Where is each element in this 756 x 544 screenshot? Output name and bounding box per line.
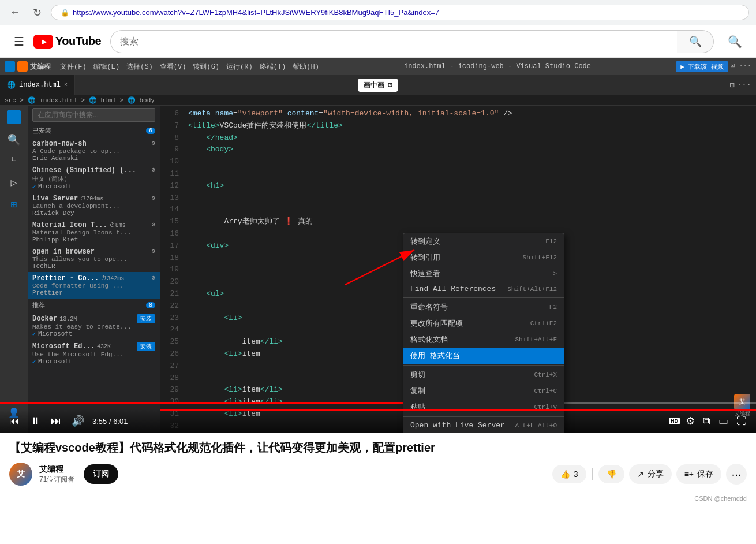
ms-name: Microsoft [38, 358, 72, 365]
time-display: 3:55 / 6:01 [92, 417, 128, 426]
back-button[interactable]: ← [7, 5, 23, 21]
cm-quick-view[interactable]: 快速查看 > [403, 266, 564, 282]
debug-icon[interactable]: ▷ [11, 176, 17, 189]
menu-file[interactable]: 文件(F) [60, 62, 87, 72]
ext-author: Eric Adamski [32, 155, 155, 162]
ms-name: Microsoft [38, 330, 72, 337]
ext-docker[interactable]: Docker 13.2M 安装 Makes it easy to create.… [28, 312, 160, 340]
menu-select[interactable]: 选择(S) [126, 62, 153, 72]
install-msedge-button[interactable]: 安装 [137, 342, 155, 351]
code-line-8: </head> [188, 132, 751, 144]
skip-back-button[interactable]: ⏮ [7, 414, 22, 429]
volume-button[interactable]: 🔊 [69, 413, 87, 429]
share-button[interactable]: ↗ 分享 [629, 464, 672, 484]
pip-button[interactable]: 画中画 ⊡ [358, 79, 398, 92]
video-info-section: 【艾编程vscode教程】代码格式化规范化插件，让代码变得更加美观，配置pret… [0, 433, 756, 493]
hd-badge: HD [669, 418, 680, 424]
search-icon-button[interactable]: 🔍 [723, 30, 747, 53]
gear-icon[interactable]: ⚙ [152, 195, 155, 203]
search-input[interactable] [110, 30, 677, 53]
ext-open-in-browser[interactable]: open in browser ⚙ This allows you to ope… [28, 245, 160, 272]
ext-desc: Material Design Icons f... [32, 229, 155, 236]
cm-item-label: 快速查看 [410, 269, 440, 279]
vscode-screenshot: 艾编程 文件(F) 编辑(E) 选择(S) 查看(V) 转到(G) 运行(R) … [0, 58, 756, 433]
explorer-icon[interactable] [7, 110, 21, 124]
hamburger-button[interactable]: ☰ [9, 30, 29, 53]
save-button[interactable]: ≡+ 保存 [676, 464, 721, 484]
cm-cut[interactable]: 剪切 Ctrl+X [403, 367, 564, 383]
ext-author: TechER [32, 263, 155, 270]
ext-name: Chinese (Simplified) (... [32, 166, 136, 174]
gear-icon[interactable]: ⚙ [152, 221, 155, 229]
cm-open-live-server[interactable]: Open with Live Server Alt+L Alt+O [403, 418, 564, 433]
cm-format-doc[interactable]: 格式化文档 Shift+Alt+F [403, 331, 564, 348]
ext-live-server[interactable]: Live Server ⏱704ms ⚙ Launch a developmen… [28, 192, 160, 219]
gear-icon[interactable]: ⚙ [152, 140, 155, 148]
gear-icon[interactable]: ⚙ [152, 274, 155, 282]
extensions-icon[interactable]: ⊞ [11, 198, 17, 211]
like-dislike-divider [592, 468, 593, 480]
editor-breadcrumb: src > 🌐 index.html > 🌐 html > 🌐 body [0, 95, 756, 106]
search-activity-icon[interactable]: 🔍 [8, 133, 20, 146]
theater-button[interactable]: ▭ [716, 413, 731, 429]
cm-goto-references[interactable]: 转到引用 Shift+F12 [403, 249, 564, 266]
action-buttons-row: 👍 3 👎 ↗ 分享 ≡+ 保存 ··· [552, 464, 747, 485]
more-options-button[interactable]: ··· [726, 464, 747, 485]
pip-icon: ⊡ [388, 81, 392, 90]
gear-icon[interactable]: ⚙ [152, 248, 155, 256]
channel-name[interactable]: 艾编程 [39, 464, 74, 475]
size-badge: 13.2M [59, 316, 77, 322]
dislike-button[interactable]: 👎 [598, 465, 624, 483]
source-control-icon[interactable]: ⑂ [11, 155, 17, 167]
code-line-10 [188, 156, 751, 168]
cm-shortcut: F2 [549, 304, 557, 311]
ext-chinese-simplified[interactable]: Chinese (Simplified) (... ⚙ 中文（简体） ✔ Mic… [28, 164, 160, 192]
code-line-14 [188, 204, 751, 216]
cm-item-label: 转到引用 [410, 252, 440, 263]
cm-goto-definition[interactable]: 转到定义 F12 [403, 233, 564, 249]
extension-search-input[interactable] [32, 108, 155, 122]
split-editor-icon[interactable]: ⊞ [729, 80, 734, 90]
install-docker-button[interactable]: 安装 [137, 314, 155, 323]
menu-edit[interactable]: 编辑(E) [93, 62, 120, 72]
recommended-count: 8 [146, 302, 155, 308]
cm-rename-symbol[interactable]: 重命名符号 F2 [403, 299, 564, 315]
reload-button[interactable]: ↻ [29, 5, 45, 21]
menu-run[interactable]: 运行(R) [226, 62, 253, 72]
cm-item-label: 使用_格式化当 [410, 351, 460, 361]
play-pause-button[interactable]: ⏸ [28, 414, 43, 429]
tab-close-button[interactable]: × [64, 82, 68, 88]
ext-material-icon[interactable]: Material Icon T... ⏱8ms ⚙ Material Desig… [28, 219, 160, 245]
vscode-editor: 678910 1112131415 1617181920 2122232425 … [160, 106, 756, 433]
ext-name: Prettier - Co... [32, 274, 99, 282]
cm-copy[interactable]: 复制 Ctrl+C [403, 383, 564, 399]
search-button[interactable]: 🔍 [677, 30, 714, 53]
ext-carbon-now-sh[interactable]: carbon-now-sh ⚙ A Code package to op... … [28, 137, 160, 164]
menu-view[interactable]: 查看(V) [160, 62, 186, 72]
fullscreen-button[interactable]: ⛶ [734, 414, 749, 429]
ext-prettier[interactable]: Prettier - Co... ⏱342ms ⚙ Code formatter… [28, 272, 160, 299]
cm-stop-live-server[interactable]: Stop Live Server Alt+L Alt+C [403, 433, 564, 433]
menu-goto[interactable]: 转到(G) [193, 62, 219, 72]
youtube-logo-link[interactable]: YouTube [33, 35, 101, 49]
more-actions-icon[interactable]: ··· [737, 80, 751, 90]
address-bar[interactable]: 🔒 https://www.youtube.com/watch?v=Z7LWF1… [51, 5, 749, 20]
pip-label: 画中画 [364, 80, 384, 90]
like-button[interactable]: 👍 3 [552, 465, 586, 483]
miniplayer-button[interactable]: ⧉ [701, 414, 713, 429]
download-button[interactable]: ▶ 下载该 视频 [676, 61, 728, 72]
ext-ms-edge[interactable]: Microsoft Ed... 432K 安装 Use the Microsof… [28, 340, 160, 367]
cm-change-all[interactable]: 更改所有匹配项 Ctrl+F2 [403, 315, 564, 331]
editor-tab-index-html[interactable]: 🌐 index.html × [0, 75, 75, 95]
menu-terminal[interactable]: 终端(T) [260, 62, 286, 72]
ext-author: ✔ Microsoft [32, 183, 155, 190]
skip-forward-button[interactable]: ⏭ [48, 414, 63, 429]
cm-find-all-refs[interactable]: Find All References Shift+Alt+F12 [403, 282, 564, 296]
subscribe-button[interactable]: 订阅 [84, 464, 118, 484]
cm-format-with[interactable]: 使用_格式化当 [403, 348, 564, 364]
progress-bar-container[interactable] [0, 402, 756, 404]
gear-icon[interactable]: ⚙ [152, 166, 155, 174]
cm-paste[interactable]: 粘贴 Ctrl+V [403, 399, 564, 415]
settings-button[interactable]: ⚙ [683, 413, 697, 429]
menu-help[interactable]: 帮助(H) [293, 62, 319, 72]
